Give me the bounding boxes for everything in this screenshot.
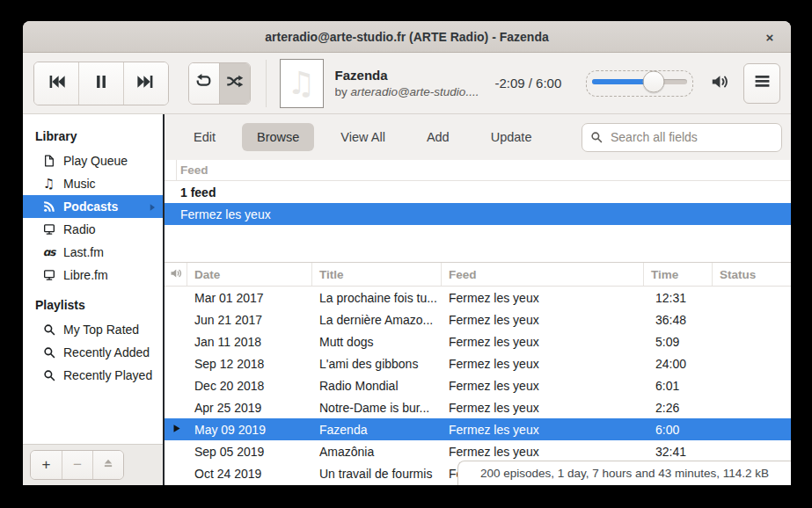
column-header-time[interactable]: Time — [644, 263, 713, 286]
episode-time: 36:48 — [644, 308, 713, 330]
browse-button[interactable]: Browse — [242, 123, 314, 151]
view-all-button[interactable]: View All — [326, 123, 400, 151]
track-title: Fazenda — [335, 68, 488, 83]
episode-feed: Fermez les yeux — [442, 308, 644, 330]
episode-title: Radio Mondial — [312, 374, 442, 396]
sidebar-item-recently-added[interactable]: Recently Added — [23, 341, 163, 364]
feed-summary-row[interactable]: 1 feed — [165, 181, 791, 203]
sidebar-item-play-queue[interactable]: Play Queue — [23, 149, 163, 172]
feed-column-header[interactable]: Feed — [165, 160, 791, 181]
sidebar-item-label: Libre.fm — [63, 268, 108, 282]
sidebar-item-recently-played[interactable]: Recently Played — [23, 364, 163, 387]
playing-indicator — [165, 440, 187, 462]
episode-row[interactable]: Sep 12 2018L'ami des gibbonsFermez les y… — [165, 352, 791, 374]
column-header-title[interactable]: Title — [312, 263, 442, 286]
feed-name: Fermez les yeux — [180, 207, 271, 221]
playlists-header: Playlists — [23, 292, 163, 318]
episode-feed: Fermez les yeux — [442, 418, 644, 440]
album-art: ♫ — [280, 59, 324, 108]
player-toolbar: ♫ Fazenda by arteradio@arte-studio.... -… — [23, 53, 791, 114]
seek-slider[interactable] — [586, 70, 693, 97]
edit-button[interactable]: Edit — [179, 123, 230, 151]
sidebar-item-last-fm[interactable]: ɑsLast.fm — [23, 241, 163, 264]
menu-button[interactable] — [743, 63, 780, 104]
episode-date: Jun 21 2017 — [187, 308, 312, 330]
episode-title: Mutt dogs — [312, 330, 442, 352]
column-header-status[interactable]: Status — [713, 263, 791, 286]
app-window: arteradio@arte-studio.fr (ARTE Radio) - … — [23, 21, 791, 485]
episode-status — [713, 330, 791, 352]
artist-name: arteradio@arte-studio.... — [351, 85, 479, 98]
episode-row[interactable]: Jan 11 2018Mutt dogsFermez les yeux5:09 — [165, 330, 791, 352]
episode-table: DateTitleFeedTimeStatus Mar 01 2017La pr… — [165, 263, 791, 485]
episode-row[interactable]: Apr 25 2019Notre-Dame is bur...Fermez le… — [165, 396, 791, 418]
episode-status — [713, 352, 791, 374]
episode-status — [713, 396, 791, 418]
episode-status — [713, 418, 791, 440]
play-icon — [171, 423, 182, 437]
source-list: Library Play Queue♫MusicPodcastsRadioɑsL… — [23, 114, 163, 444]
episode-header-row: DateTitleFeedTimeStatus — [165, 263, 791, 287]
track-artist: by arteradio@arte-studio.... — [335, 85, 488, 98]
episode-feed: Fermez les yeux — [442, 374, 644, 396]
episode-time: 12:31 — [644, 287, 713, 308]
next-button[interactable] — [123, 62, 168, 105]
shuffle-button[interactable] — [219, 63, 250, 104]
pause-button[interactable] — [78, 62, 123, 105]
episode-date: May 09 2019 — [187, 418, 312, 440]
track-info: Fazenda by arteradio@arte-studio.... — [335, 68, 488, 98]
sidebar-item-my-top-rated[interactable]: My Top Rated — [23, 318, 163, 341]
feed-row[interactable]: Fermez les yeux — [165, 203, 791, 225]
status-column-header[interactable] — [165, 263, 187, 286]
add-button[interactable]: Add — [412, 123, 465, 151]
window-title: arteradio@arte-studio.fr (ARTE Radio) - … — [265, 30, 548, 44]
repeat-shuffle-controls — [188, 62, 251, 105]
radio-icon — [41, 268, 56, 283]
episode-date: Dec 20 2018 — [187, 374, 312, 396]
playing-indicator — [165, 308, 187, 330]
remove-playlist-button[interactable]: − — [62, 451, 92, 479]
close-button[interactable]: × — [757, 25, 782, 49]
episode-title: La prochaine fois tu... — [312, 287, 442, 308]
search-field[interactable] — [582, 123, 782, 152]
sidebar-item-libre-fm[interactable]: Libre.fm — [23, 264, 163, 287]
playlist-actions: +− — [30, 450, 124, 480]
sidebar-item-music[interactable]: ♫Music — [23, 172, 163, 195]
episode-date: Mar 01 2017 — [187, 287, 312, 308]
add-playlist-button-label: + — [42, 456, 51, 474]
sidebar-item-podcasts[interactable]: Podcasts — [23, 195, 163, 218]
volume-button[interactable] — [707, 70, 731, 97]
episode-row[interactable]: Jun 21 2017La dernière Amazo...Fermez le… — [165, 308, 791, 330]
playing-indicator — [165, 352, 187, 374]
add-playlist-button[interactable]: + — [31, 451, 62, 479]
sidebar-item-label: Music — [63, 177, 96, 191]
main-area: Library Play Queue♫MusicPodcastsRadioɑsL… — [23, 114, 791, 485]
music-note-icon: ♫ — [41, 177, 56, 192]
hamburger-icon — [751, 70, 773, 96]
update-button[interactable]: Update — [476, 123, 547, 151]
expander-arrow-icon[interactable] — [147, 201, 157, 212]
playing-indicator — [165, 287, 187, 308]
previous-button[interactable] — [34, 62, 78, 105]
transport-controls — [33, 62, 169, 105]
column-header-feed[interactable]: Feed — [442, 263, 644, 286]
sidebar-item-radio[interactable]: Radio — [23, 218, 163, 241]
search-icon — [41, 368, 56, 383]
column-header-date[interactable]: Date — [187, 263, 312, 286]
episode-row[interactable]: Dec 20 2018Radio MondialFermez les yeux6… — [165, 374, 791, 396]
content-area: EditBrowseView AllAddUpdate Feed 1 feed … — [165, 114, 791, 485]
eject-button[interactable] — [92, 451, 123, 479]
search-icon — [41, 323, 56, 337]
slider-track[interactable] — [592, 79, 687, 84]
episode-row[interactable]: Sep 05 2019AmazôniaFermez les yeux32:41 — [165, 440, 791, 462]
library-header: Library — [23, 123, 163, 149]
titlebar[interactable]: arteradio@arte-studio.fr (ARTE Radio) - … — [23, 21, 791, 53]
search-input[interactable] — [611, 130, 774, 144]
sidebar-item-label: My Top Rated — [63, 323, 139, 337]
sidebar-footer: +− — [23, 444, 163, 485]
repeat-button[interactable] — [189, 63, 220, 104]
episode-row[interactable]: May 09 2019FazendaFermez les yeux6:00 — [165, 418, 791, 440]
slider-handle[interactable] — [642, 70, 664, 92]
episode-row[interactable]: Mar 01 2017La prochaine fois tu...Fermez… — [165, 287, 791, 308]
playing-indicator — [165, 396, 187, 418]
